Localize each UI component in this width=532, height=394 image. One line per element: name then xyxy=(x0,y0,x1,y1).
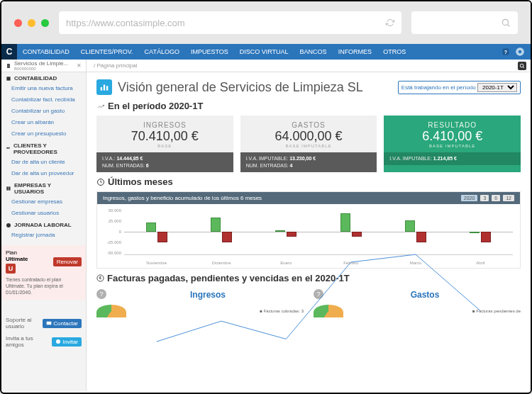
page-title: Visión general de Servicios de Limpieza … xyxy=(118,80,392,95)
company-name: Servicios de Limpie... xyxy=(14,60,74,67)
section-icon xyxy=(6,146,11,152)
refresh-icon[interactable] xyxy=(386,18,394,27)
help-icon[interactable]: ? xyxy=(501,47,511,57)
card-resultado: RESULTADO 6.410,00 € BASE IMPUTABLE I.V.… xyxy=(384,116,521,172)
card-gastos: GASTOS 64.000,00 € BASE IMPUTABLE I.V.A.… xyxy=(240,116,377,172)
x-label: Diciembre xyxy=(189,261,253,265)
chart-icon xyxy=(96,79,112,95)
x-label: Abril xyxy=(448,261,513,265)
share-icon xyxy=(55,339,61,344)
contact-button[interactable]: Contactar xyxy=(43,319,82,328)
sidebar-item[interactable]: Dar de alta un proveedor xyxy=(1,168,86,179)
plan-note: Tienes contratado el plan Ultimate. Tu p… xyxy=(6,276,82,296)
svg-rect-5 xyxy=(7,64,10,68)
section-icon xyxy=(6,186,11,191)
nav-item[interactable]: BANCOS xyxy=(294,44,333,60)
url-bar[interactable]: https://www.contasimple.com xyxy=(59,11,401,34)
renew-button[interactable]: Renovar xyxy=(53,257,82,266)
bar-gastos xyxy=(287,232,297,237)
svg-point-9 xyxy=(8,147,9,149)
svg-rect-17 xyxy=(106,86,108,90)
svg-point-8 xyxy=(6,147,8,149)
bar-gastos xyxy=(481,232,491,242)
bar-ingresos xyxy=(146,223,156,232)
x-label: Noviembre xyxy=(124,261,189,265)
range-button[interactable]: 6 xyxy=(492,195,500,201)
months-heading: Últimos meses xyxy=(96,176,521,187)
sidebar: CONTABILIDADEmitir una nueva facturaCont… xyxy=(1,72,87,391)
search-icon xyxy=(501,18,511,28)
location-icon[interactable] xyxy=(515,47,525,57)
main-content: Visión general de Servicios de Limpieza … xyxy=(87,72,531,391)
sidebar-item[interactable]: Dar de alta un cliente xyxy=(1,157,86,168)
plan-box: Plan Ultimate U Renovar Tienes contratad… xyxy=(1,245,86,300)
range-button[interactable]: 2020 xyxy=(461,195,478,201)
nav-item[interactable]: IMPUESTOS xyxy=(185,44,234,60)
traffic-lights xyxy=(14,19,49,27)
sidebar-item[interactable]: Emitir una nueva factura xyxy=(1,83,86,94)
invite-button[interactable]: Invitar xyxy=(52,337,82,347)
url-text: https://www.contasimple.com xyxy=(66,18,185,28)
support-label: Soporte al usuario xyxy=(6,317,41,330)
minimize-dot[interactable] xyxy=(28,19,35,27)
sidebar-item[interactable]: Contabilizar un gasto xyxy=(1,106,86,117)
chart-panel: Ingresos, gastos y beneficio acumulado d… xyxy=(96,191,521,269)
nav-item[interactable]: DISCO VIRTUAL xyxy=(234,44,294,60)
card-value: 64.000,00 € xyxy=(248,129,370,144)
help-badge-icon[interactable]: ? xyxy=(96,289,106,299)
invite-label: Invita a tus amigos xyxy=(6,335,41,348)
period-select[interactable]: 2020-1T xyxy=(477,83,517,92)
chart-title: Ingresos, gastos y beneficio acumulado d… xyxy=(103,195,262,201)
svg-text:?: ? xyxy=(504,50,507,55)
card-label: GASTOS xyxy=(248,121,370,129)
sidebar-item[interactable]: Gestionar empresas xyxy=(1,196,86,208)
sidebar-item[interactable]: Crear un albarán xyxy=(1,117,86,128)
period-heading: En el período 2020-1T xyxy=(96,101,521,111)
svg-rect-13 xyxy=(47,322,52,325)
x-label: Marzo xyxy=(383,261,448,265)
line-beneficio xyxy=(157,254,481,342)
app-logo[interactable]: C xyxy=(1,44,17,60)
close-dot[interactable] xyxy=(14,19,22,27)
chart-body: 50.00025.0000-25.000-50.000 NoviembreDic… xyxy=(97,204,520,268)
svg-point-14 xyxy=(56,339,60,344)
nav-item[interactable]: CATÁLOGO xyxy=(139,44,185,60)
company-selector[interactable]: Servicios de Limpie... B00000000 ✕ xyxy=(1,60,87,72)
nav-item[interactable]: CLIENTES/PROV. xyxy=(75,44,139,60)
bar-ingresos xyxy=(405,220,415,232)
section-icon xyxy=(6,223,11,228)
browser-search[interactable] xyxy=(411,11,518,34)
range-button[interactable]: 12 xyxy=(503,195,514,201)
app-top-nav: C CONTABILIDADCLIENTES/PROV.CATÁLOGOIMPU… xyxy=(1,44,531,60)
nav-item[interactable]: INFORMES xyxy=(333,44,378,60)
search-toggle[interactable] xyxy=(518,62,526,70)
browser-chrome: https://www.contasimple.com xyxy=(1,1,531,44)
card-sub: BASE IMPUTABLE xyxy=(248,144,370,148)
sidebar-section-header: EMPRESAS Y USUARIOS xyxy=(1,179,86,196)
range-button[interactable]: 3 xyxy=(480,195,489,201)
svg-point-4 xyxy=(519,50,522,54)
x-label: Enero xyxy=(254,261,318,265)
maximize-dot[interactable] xyxy=(41,19,49,27)
sidebar-item[interactable]: Contabilizar fact. recibida xyxy=(1,94,86,106)
nav-item[interactable]: CONTABILIDAD xyxy=(17,44,75,60)
svg-rect-7 xyxy=(6,77,10,80)
sidebar-item[interactable]: Registrar jornada xyxy=(1,230,86,241)
svg-point-0 xyxy=(502,19,508,25)
nav-item[interactable]: OTROS xyxy=(377,44,411,60)
plan-line1: Plan xyxy=(6,249,28,256)
euro-icon: € xyxy=(96,274,104,282)
building-icon xyxy=(6,63,11,69)
sidebar-item[interactable]: Crear un presupuesto xyxy=(1,128,86,140)
breadcrumb: / Página principal xyxy=(87,62,137,69)
clock-icon xyxy=(96,178,105,186)
svg-text:€: € xyxy=(99,276,101,280)
sidebar-item[interactable]: Gestionar usuarios xyxy=(1,208,86,219)
svg-rect-11 xyxy=(9,186,10,190)
plan-name: Ultimate xyxy=(6,256,28,262)
close-icon[interactable]: ✕ xyxy=(77,62,82,69)
card-ingresos: INGRESOS 70.410,00 € BASE I.V.A.: 14.444… xyxy=(96,116,233,172)
card-value: 6.410,00 € xyxy=(391,129,514,144)
card-label: RESULTADO xyxy=(391,121,514,129)
section-icon xyxy=(6,76,11,81)
